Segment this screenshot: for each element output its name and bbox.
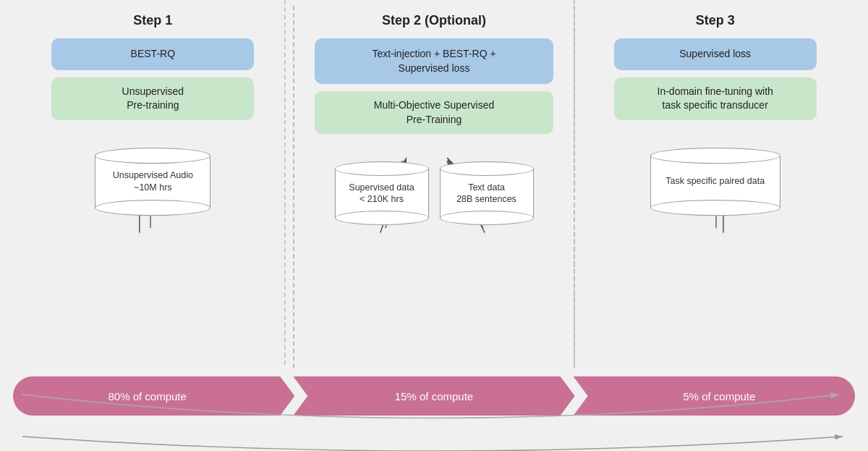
compute-label-3: 5% of compute xyxy=(673,390,755,402)
step3-column: Step 3 Supervised loss In-domain fine-tu… xyxy=(575,6,855,368)
diagram: Step 1 BEST-RQ UnsupervisedPre-training … xyxy=(0,0,868,451)
step1-cyl-label: Unsupervised Audio~10M hrs xyxy=(113,169,193,194)
step1-cylinder: Unsupervised Audio~10M hrs xyxy=(95,148,210,216)
step2-cyl2-bottom xyxy=(440,211,534,225)
step1-column: Step 1 BEST-RQ UnsupervisedPre-training … xyxy=(13,6,293,368)
step3-cylinder: Task specific paired data xyxy=(650,148,780,216)
step2-cylinders: Supervised data< 210K hrs Text data28B s… xyxy=(335,161,534,225)
compute-chevron-2: 15% of compute xyxy=(293,376,574,416)
step3-title: Step 3 xyxy=(696,13,735,28)
step2-blue-box: Text-injection + BEST-RQ +Supervised los… xyxy=(315,38,553,84)
step2-cyl2-label: Text data28B sentences xyxy=(456,182,516,206)
step3-blue-box: Supervised loss xyxy=(614,38,817,70)
step1-green-box: UnsupervisedPre-training xyxy=(51,77,254,120)
step2-green-box: Multi-Objective SupervisedPre-Training xyxy=(315,91,553,134)
step2-column: Step 2 (Optional) Text-injection + BEST-… xyxy=(293,6,576,368)
step2-title: Step 2 (Optional) xyxy=(382,13,486,28)
step1-title: Step 1 xyxy=(133,13,172,28)
compute-chevron-3: 5% of compute xyxy=(574,376,855,416)
compute-label-2: 15% of compute xyxy=(395,390,473,402)
step2-cyl1: Supervised data< 210K hrs xyxy=(335,161,429,225)
step3-cyl-bottom xyxy=(650,200,780,216)
step1-blue-box: BEST-RQ xyxy=(51,38,254,70)
step3-cyl-top xyxy=(650,148,780,164)
step2-cyl2: Text data28B sentences xyxy=(440,161,534,225)
compute-label-1: 80% of compute xyxy=(108,390,199,402)
step2-cyl1-label: Supervised data< 210K hrs xyxy=(349,182,414,206)
step1-cyl-top xyxy=(95,148,210,164)
compute-chevron-1: 80% of compute xyxy=(13,376,294,416)
step1-cyl-bottom xyxy=(95,200,210,216)
step3-green-box: In-domain fine-tuning withtask specific … xyxy=(614,77,817,120)
step2-cyl1-bottom xyxy=(335,211,429,225)
step3-cyl-label: Task specific paired data xyxy=(665,175,765,187)
